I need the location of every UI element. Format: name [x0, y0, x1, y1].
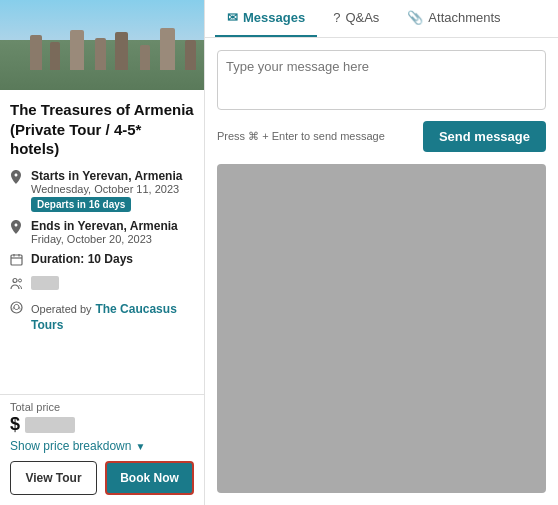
travelers-content — [31, 276, 194, 293]
send-message-button[interactable]: Send message — [423, 121, 546, 152]
tour-image — [0, 0, 204, 90]
duration-label: Duration: 10 Days — [31, 252, 194, 266]
operator-icon — [10, 301, 26, 317]
operator-row: Operated by The Caucasus Tours — [10, 300, 194, 332]
total-price-label: Total price — [10, 401, 194, 413]
duration-row: Duration: 10 Days — [10, 252, 194, 269]
ends-label: Ends in Yerevan, Armenia — [31, 219, 194, 233]
gray-content-area — [217, 164, 546, 493]
travelers-row — [10, 276, 194, 293]
calendar-icon — [10, 253, 26, 269]
total-price-value: $ — [10, 414, 194, 435]
starts-row: Starts in Yerevan, Armenia Wednesday, Oc… — [10, 169, 194, 212]
price-redacted — [25, 417, 75, 433]
right-panel: ✉ Messages ? Q&As 📎 Attachments Press ⌘ … — [205, 0, 558, 505]
view-tour-button[interactable]: View Tour — [10, 461, 97, 495]
travelers-avatar — [31, 276, 59, 290]
tab-qas[interactable]: ? Q&As — [321, 0, 391, 37]
message-area: Press ⌘ + Enter to send message Send mes… — [205, 38, 558, 164]
tab-messages[interactable]: ✉ Messages — [215, 0, 317, 37]
action-buttons: View Tour Book Now — [0, 461, 204, 505]
breakdown-arrow-icon: ▼ — [135, 441, 145, 452]
tab-attachments[interactable]: 📎 Attachments — [395, 0, 512, 37]
show-price-breakdown[interactable]: Show price breakdown ▼ — [0, 439, 204, 453]
location-icon — [10, 170, 26, 188]
ends-date: Friday, October 20, 2023 — [31, 233, 194, 245]
tabs-bar: ✉ Messages ? Q&As 📎 Attachments — [205, 0, 558, 38]
messages-icon: ✉ — [227, 10, 238, 25]
show-price-text: Show price breakdown — [10, 439, 131, 453]
ends-row: Ends in Yerevan, Armenia Friday, October… — [10, 219, 194, 245]
send-hint: Press ⌘ + Enter to send message — [217, 130, 385, 143]
svg-rect-0 — [11, 255, 22, 265]
operated-by-text: Operated by — [31, 303, 92, 315]
starts-date: Wednesday, October 11, 2023 — [31, 183, 194, 195]
total-price-section: Total price $ — [0, 401, 204, 435]
starts-content: Starts in Yerevan, Armenia Wednesday, Oc… — [31, 169, 194, 212]
tab-qas-label: Q&As — [345, 10, 379, 25]
svg-point-5 — [19, 279, 22, 282]
tab-messages-label: Messages — [243, 10, 305, 25]
tour-title: The Treasures of Armenia (Private Tour /… — [10, 100, 194, 159]
tour-info: The Treasures of Armenia (Private Tour /… — [0, 90, 204, 388]
ends-content: Ends in Yerevan, Armenia Friday, October… — [31, 219, 194, 245]
qas-icon: ? — [333, 10, 340, 25]
send-row: Press ⌘ + Enter to send message Send mes… — [217, 121, 546, 152]
travelers-icon — [10, 277, 26, 293]
departs-badge: Departs in 16 days — [31, 197, 131, 212]
book-now-button[interactable]: Book Now — [105, 461, 194, 495]
operator-content: Operated by The Caucasus Tours — [31, 300, 194, 332]
duration-content: Duration: 10 Days — [31, 252, 194, 266]
attachments-icon: 📎 — [407, 10, 423, 25]
price-currency: $ — [10, 414, 20, 435]
left-panel: The Treasures of Armenia (Private Tour /… — [0, 0, 205, 505]
message-input[interactable] — [217, 50, 546, 110]
starts-label: Starts in Yerevan, Armenia — [31, 169, 194, 183]
tab-attachments-label: Attachments — [428, 10, 500, 25]
svg-point-4 — [13, 278, 17, 282]
svg-point-6 — [11, 302, 22, 313]
price-divider — [0, 394, 204, 395]
location-end-icon — [10, 220, 26, 238]
